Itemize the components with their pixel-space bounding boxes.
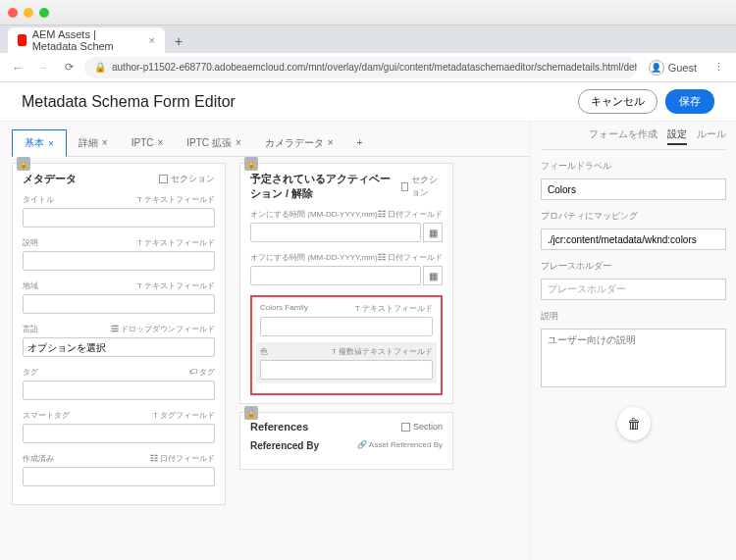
tab-iptc[interactable]: IPTC × <box>120 131 176 154</box>
prop-label-mapprop: プロパティにマッピング <box>541 210 726 223</box>
save-button[interactable]: 保存 <box>665 89 714 114</box>
cancel-button[interactable]: キャンセル <box>578 89 657 114</box>
field-ontime[interactable]: オンにする時間 (MM-DD-YYYY,mm)☷ 日付フィールド▦ <box>250 209 443 242</box>
text-input[interactable] <box>260 360 433 380</box>
text-input[interactable] <box>23 208 215 228</box>
textarea-desc[interactable] <box>541 329 726 387</box>
forward-button[interactable]: → <box>33 58 53 77</box>
tag-icon: 🏷 <box>189 368 197 377</box>
field-created[interactable]: 作成済み☷ 日付フィールド <box>23 453 215 486</box>
lock-icon: 🔒 <box>244 157 258 171</box>
url-input[interactable]: 🔒 author-p11502-e68770.adobeaemcloud.com… <box>84 57 637 78</box>
field-title[interactable]: タイトルT テキストフィールド <box>23 194 215 228</box>
add-tab-button[interactable]: + <box>345 131 375 154</box>
prop-label-desc: 説明 <box>541 310 726 323</box>
field-region[interactable]: 地域T テキストフィールド <box>23 280 215 314</box>
section-checkbox[interactable]: Section <box>401 422 443 432</box>
tab-basic[interactable]: 基本× <box>12 129 67 157</box>
close-icon[interactable]: × <box>328 137 334 148</box>
section-checkbox[interactable]: セクション <box>401 174 443 199</box>
os-titlebar <box>0 0 736 25</box>
field-colors-family[interactable]: Colors FamilyT テキストフィールド <box>260 303 433 336</box>
schema-tabs: 基本× 詳細 × IPTC × IPTC 拡張 × カメラデータ × + <box>12 129 530 157</box>
trash-icon: 🗑 <box>627 416 641 432</box>
calendar-icon[interactable]: ▦ <box>423 266 443 285</box>
adobe-favicon-icon <box>18 34 26 46</box>
guest-profile[interactable]: 👤 Guest <box>643 60 703 76</box>
selected-fields-highlight: Colors FamilyT テキストフィールド 色T 複数値テキストフィールド <box>250 295 443 395</box>
rail-tabs: フォームを作成 設定 ルール <box>541 127 726 150</box>
field-offtime[interactable]: オフにする時間 (MM-DD-YYYY,mm)☷ 日付フィールド▦ <box>250 252 443 285</box>
date-input[interactable] <box>23 467 215 486</box>
properties-rail: フォームを作成 設定 ルール フィールドラベル プロパティにマッピング プレース… <box>530 122 736 560</box>
close-window-icon[interactable] <box>8 8 18 18</box>
activation-panel: 🔒 予定されているアクティベーション / 解除 セクション オンにする時間 (M… <box>239 163 453 404</box>
url-text: author-p11502-e68770.adobeaemcloud.com/m… <box>112 62 637 73</box>
tab-rules[interactable]: ルール <box>697 127 726 145</box>
section-title: メタデータ <box>23 172 77 186</box>
avatar-icon: 👤 <box>649 60 664 76</box>
prop-label-fieldlabel: フィールドラベル <box>541 160 726 173</box>
new-tab-button[interactable]: + <box>171 29 186 53</box>
tab-settings[interactable]: 設定 <box>667 127 687 145</box>
section-title: References <box>250 421 308 433</box>
field-desc[interactable]: 説明T テキストフィールド <box>23 237 215 271</box>
input-mapprop[interactable] <box>541 229 726 250</box>
close-icon[interactable]: × <box>102 137 108 148</box>
app-header: Metadata Schema Form Editor キャンセル 保存 <box>0 82 736 122</box>
maximize-window-icon[interactable] <box>39 8 49 18</box>
close-tab-icon[interactable]: × <box>149 34 155 46</box>
workspace: 基本× 詳細 × IPTC × IPTC 拡張 × カメラデータ × + 🔒 メ… <box>0 122 736 560</box>
minimize-window-icon[interactable] <box>24 8 33 18</box>
input-placeholder[interactable] <box>541 279 726 300</box>
text-input[interactable] <box>23 251 215 271</box>
tab-advanced[interactable]: 詳細 × <box>67 130 120 156</box>
lock-icon: 🔒 <box>94 62 106 73</box>
input-fieldlabel[interactable] <box>541 178 726 200</box>
section-title: 予定されているアクティベーション / 解除 <box>250 172 401 201</box>
field-lang[interactable]: 言語☰ ドロップダウンフィールドオプションを選択 <box>23 324 215 357</box>
page-title: Metadata Schema Form Editor <box>22 93 236 111</box>
guest-label: Guest <box>668 62 697 74</box>
text-input[interactable] <box>260 317 433 336</box>
text-input[interactable] <box>23 294 215 314</box>
address-bar: ← → ⟳ 🔒 author-p11502-e68770.adobeaemclo… <box>0 53 736 82</box>
canvas: 基本× 詳細 × IPTC × IPTC 拡張 × カメラデータ × + 🔒 メ… <box>0 122 530 560</box>
text-input[interactable] <box>23 381 215 400</box>
text-input[interactable] <box>23 424 215 443</box>
field-tag[interactable]: タグ🏷 タグ <box>23 367 215 400</box>
browser-tab[interactable]: AEM Assets | Metadata Schem × <box>8 27 165 53</box>
field-referenced-by[interactable]: Referenced By🔗 Asset Referenced By <box>250 440 443 451</box>
back-button[interactable]: ← <box>8 58 27 77</box>
dropdown-input[interactable]: オプションを選択 <box>23 337 215 357</box>
close-icon[interactable]: × <box>48 138 54 149</box>
lock-icon: 🔒 <box>17 157 30 171</box>
section-checkbox[interactable]: セクション <box>159 173 215 185</box>
date-input[interactable] <box>250 223 421 242</box>
tab-build-form[interactable]: フォームを作成 <box>589 127 657 145</box>
tab-iptc-ext[interactable]: IPTC 拡張 × <box>175 130 252 156</box>
link-icon: 🔗 <box>357 440 367 449</box>
close-icon[interactable]: × <box>236 137 241 148</box>
field-colors[interactable]: 色T 複数値テキストフィールド <box>256 342 437 383</box>
calendar-icon[interactable]: ▦ <box>423 223 443 242</box>
browser-tab-strip: AEM Assets | Metadata Schem × + <box>0 25 736 53</box>
field-smarttag[interactable]: スマートタグT タグフィールド <box>23 410 215 443</box>
metadata-panel: 🔒 メタデータ セクション タイトルT テキストフィールド 説明T テキストフィ… <box>12 163 226 505</box>
delete-button[interactable]: 🗑 <box>617 407 651 440</box>
column-1: 🔒 メタデータ セクション タイトルT テキストフィールド 説明T テキストフィ… <box>12 163 226 505</box>
references-panel: 🔒 References Section Referenced By🔗 Asse… <box>239 412 453 470</box>
reload-button[interactable]: ⟳ <box>59 58 79 77</box>
column-2: 🔒 予定されているアクティベーション / 解除 セクション オンにする時間 (M… <box>239 163 453 505</box>
prop-label-placeholder: プレースホルダー <box>541 260 726 273</box>
menu-button[interactable]: ⋮ <box>709 58 728 77</box>
tab-camera[interactable]: カメラデータ × <box>253 130 345 156</box>
lock-icon: 🔒 <box>244 406 258 420</box>
tab-title: AEM Assets | Metadata Schem <box>32 28 139 52</box>
close-icon[interactable]: × <box>157 137 163 148</box>
date-input[interactable] <box>250 266 421 285</box>
